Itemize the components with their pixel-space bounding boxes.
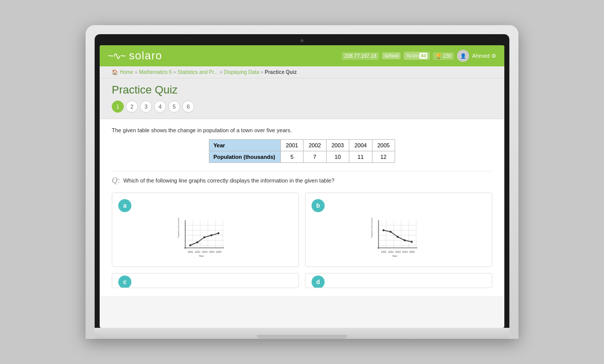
todo-label: To-Do	[406, 53, 418, 58]
table-header-row: Year 2001 2002 2003 2004 2005	[209, 140, 395, 151]
q-num-5[interactable]: 5	[168, 101, 180, 113]
q-label: Q:	[112, 176, 120, 185]
svg-text:2001: 2001	[381, 250, 387, 253]
svg-text:2001: 2001	[188, 250, 193, 253]
pop-2004: 11	[349, 151, 372, 163]
home-icon: 🏠	[112, 69, 118, 75]
svg-point-39	[390, 231, 392, 233]
breadcrumb-displaying[interactable]: Displaying Data	[223, 69, 259, 75]
laptop-outer: ~∿~ solaro 208.77.197.18 School To-Do 83…	[86, 25, 518, 339]
svg-point-15	[203, 236, 205, 238]
pop-2003: 10	[326, 151, 349, 163]
pop-2001: 5	[280, 151, 303, 163]
logo-icon: ~∿~	[108, 50, 125, 62]
ip-address: 208.77.197.18	[342, 52, 379, 60]
todo-badge[interactable]: To-Do 83	[404, 52, 430, 60]
points-value: 230	[443, 53, 451, 59]
settings-icon[interactable]: ⚙	[491, 53, 496, 59]
year-2003: 2003	[326, 140, 349, 151]
year-2004: 2004	[349, 140, 372, 151]
q-num-6[interactable]: 6	[182, 101, 194, 113]
answer-card-a[interactable]: a	[112, 193, 299, 267]
svg-text:Population (thousands): Population (thousands)	[370, 218, 373, 238]
svg-text:2003: 2003	[395, 250, 401, 253]
year-2001: 2001	[280, 140, 303, 151]
year-2002: 2002	[304, 140, 326, 151]
svg-point-42	[411, 241, 413, 243]
answer-options: a	[112, 193, 492, 267]
svg-text:2002: 2002	[195, 250, 200, 253]
school-label: School	[385, 53, 399, 58]
svg-text:2002: 2002	[388, 250, 394, 253]
svg-text:2005: 2005	[409, 250, 415, 253]
svg-point-16	[210, 234, 212, 236]
answer-badge-b: b	[312, 199, 325, 212]
q-num-4[interactable]: 4	[154, 101, 166, 113]
answer-options-bottom: c d	[112, 273, 492, 288]
quiz-main: The given table shows the change in popu…	[100, 119, 504, 296]
points-icon: 🏆	[435, 53, 441, 59]
answer-card-c[interactable]: c	[112, 273, 299, 288]
breadcrumb-stats[interactable]: Statistics and Pr...	[178, 69, 218, 75]
question-body: Which of the following line graphs corre…	[123, 177, 334, 184]
quiz-header-area: Practice Quiz 1 2 3 4 5 6	[100, 78, 504, 119]
pop-2005: 12	[372, 151, 395, 163]
school-badge[interactable]: School	[382, 52, 401, 59]
header-right: 208.77.197.18 School To-Do 83 🏆 230 👤 A	[342, 50, 496, 62]
population-label: Population (thousands)	[209, 151, 280, 163]
year-2005: 2005	[372, 140, 395, 151]
answer-badge-c: c	[118, 276, 131, 288]
answer-badge-d: d	[312, 276, 325, 288]
graph-svg-b: 2001 2002 2003 2004 2005 Population (tho…	[368, 218, 429, 258]
svg-text:2003: 2003	[202, 250, 207, 253]
answer-badge-a: a	[118, 199, 131, 212]
avatar[interactable]: 👤	[457, 50, 469, 62]
svg-text:2004: 2004	[402, 250, 408, 253]
year-label: Year	[209, 140, 280, 151]
svg-text:2004: 2004	[209, 250, 214, 253]
svg-point-17	[217, 232, 219, 234]
app-header: ~∿~ solaro 208.77.197.18 School To-Do 83…	[100, 45, 504, 66]
screen-bezel: ~∿~ solaro 208.77.197.18 School To-Do 83…	[95, 34, 509, 328]
question-text-area: Q: Which of the following line graphs co…	[112, 171, 492, 185]
quiz-title: Practice Quiz	[112, 83, 492, 97]
laptop-base	[95, 328, 509, 339]
svg-point-40	[397, 236, 399, 238]
question-nav: 1 2 3 4 5 6	[112, 101, 492, 113]
svg-text:2005: 2005	[216, 250, 221, 253]
q-num-3[interactable]: 3	[140, 101, 152, 113]
camera	[300, 39, 304, 42]
data-table: Year 2001 2002 2003 2004 2005 Population…	[209, 139, 395, 163]
svg-point-38	[383, 229, 385, 231]
logo-text: solaro	[129, 49, 162, 62]
svg-text:Year: Year	[199, 254, 204, 257]
answer-card-d[interactable]: d	[305, 273, 492, 288]
answer-card-b[interactable]: b	[305, 193, 492, 267]
svg-point-14	[196, 241, 198, 243]
svg-text:Year: Year	[392, 254, 397, 257]
table-data-row: Population (thousands) 5 7 10 11 12	[209, 151, 395, 163]
graph-a: 2001 2002 2003 2004 2005 Population (tho…	[118, 215, 292, 260]
breadcrumb-current: Practice Quiz	[265, 69, 296, 75]
breadcrumb-math[interactable]: Mathematics 6	[139, 69, 172, 75]
points-badge: 🏆 230	[433, 52, 454, 60]
laptop-screen: ~∿~ solaro 208.77.197.18 School To-Do 83…	[100, 45, 504, 328]
q-num-1[interactable]: 1	[112, 101, 124, 113]
question-intro: The given table shows the change in popu…	[112, 127, 492, 133]
graph-b: 2001 2002 2003 2004 2005 Population (tho…	[312, 215, 486, 260]
pop-2002: 7	[304, 151, 326, 163]
todo-count: 83	[419, 53, 427, 59]
app-content: 🏠 Home » Mathematics 6 » Statistics and …	[100, 66, 504, 328]
breadcrumb: 🏠 Home » Mathematics 6 » Statistics and …	[100, 66, 504, 78]
username: Ahmed ⚙	[472, 53, 496, 59]
header-left: ~∿~ solaro	[108, 49, 162, 62]
svg-text:Population (thousands): Population (thousands)	[177, 218, 180, 238]
svg-point-13	[189, 244, 191, 246]
breadcrumb-home[interactable]: Home	[120, 69, 133, 75]
graph-svg-a: 2001 2002 2003 2004 2005 Population (tho…	[175, 218, 236, 258]
q-num-2[interactable]: 2	[126, 101, 138, 113]
svg-point-41	[404, 239, 406, 241]
